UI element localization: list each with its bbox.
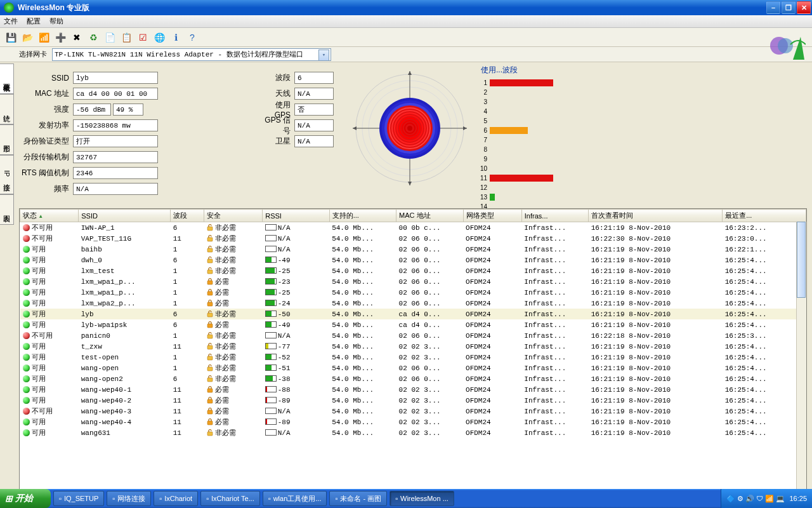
column-header[interactable]: RSSI	[263, 210, 329, 222]
ap-row[interactable]: 可用wang-wep40-411必需-8954.0 Mb...02 02 3..…	[20, 417, 806, 427]
info-icon[interactable]: ℹ	[169, 30, 183, 44]
start-button[interactable]: ⊞开始	[0, 489, 51, 508]
ap-grid[interactable]: 状态SSID波段安全RSSI支持的...MAC 地址网络类型Infras...首…	[19, 208, 807, 503]
svg-rect-28	[207, 281, 213, 284]
column-header[interactable]: 支持的...	[329, 210, 396, 222]
field-band: 6	[294, 72, 334, 84]
svg-rect-40	[207, 410, 213, 414]
column-header[interactable]: 首次查看时间	[589, 210, 723, 222]
menu-file[interactable]: 文件	[4, 17, 18, 26]
svg-marker-9	[408, 71, 412, 75]
column-header[interactable]: 状态	[20, 210, 79, 222]
svg-rect-26	[207, 259, 213, 263]
check-icon[interactable]: ☑	[136, 30, 150, 44]
svg-rect-33	[207, 335, 213, 338]
add-ap-icon[interactable]: ➕	[53, 30, 67, 44]
field-rts: 2346	[73, 167, 158, 179]
window-titlebar: WirelessMon 专业版 – ❐ ✕	[0, 0, 812, 15]
ap-row[interactable]: 可用lyb6非必需-5054.0 Mb...ca d4 0...OFDM24In…	[20, 309, 806, 319]
field-frag: 32767	[73, 151, 158, 163]
toolbar: 💾 📂 📶 ➕ ✖ ♻ 📄 📋 ☑ 🌐 ℹ ?	[0, 28, 812, 47]
ap-row[interactable]: 不可用wang-wep40-311必需N/A54.0 Mb...02 02 3.…	[20, 406, 806, 417]
maximize-button[interactable]: ❐	[782, 1, 796, 14]
ap-row[interactable]: 可用t_zxw11非必需-7754.0 Mb...02 02 3...OFDM2…	[20, 341, 806, 352]
ap-row[interactable]: 不可用VAP_TEST_11G11非必需N/A54.0 Mb...02 06 0…	[20, 233, 806, 244]
taskbar-item[interactable]: ▫WirelessMon ...	[390, 491, 454, 506]
ap-row[interactable]: 可用baihb1非必需N/A54.0 Mb...02 06 0...OFDM24…	[20, 244, 806, 255]
ap-row[interactable]: 可用lxm_test1非必需-2554.0 Mb...02 06 0...OFD…	[20, 265, 806, 276]
field-strength: -56 dBm	[73, 104, 111, 116]
taskbar-item[interactable]: ▫未命名 - 画图	[329, 491, 387, 506]
taskbar-item[interactable]: ▫IQ_SETUP	[53, 491, 104, 506]
taskbar-item[interactable]: ▫IxChariot Te...	[200, 491, 260, 506]
minimize-button[interactable]: –	[766, 1, 780, 14]
column-header[interactable]: 安全	[204, 210, 262, 222]
column-header[interactable]: 波段	[171, 210, 204, 222]
svg-rect-34	[207, 345, 213, 349]
refresh-icon[interactable]: ♻	[86, 30, 100, 44]
taskbar-item[interactable]: ▫wlan工具使用...	[263, 491, 327, 506]
ap-row[interactable]: 不可用IWN-AP_16非必需N/A54.0 Mb...00 0b c...OF…	[20, 222, 806, 234]
adapter-select[interactable]: TP-LINK TL-WN821N 11N Wireless Adapter -…	[52, 48, 331, 61]
tab-summary[interactable]: 概要	[0, 64, 14, 94]
save-icon[interactable]: 💾	[4, 30, 18, 44]
copy-icon[interactable]: 📋	[119, 30, 133, 44]
system-tray[interactable]: 🔷 ⚙ 🔊 🛡 📶 💻 16:25	[721, 489, 812, 508]
remove-ap-icon[interactable]: ✖	[70, 30, 84, 44]
ap-row[interactable]: 不可用panicn01非必需N/A54.0 Mb...02 06 0...OFD…	[20, 330, 806, 341]
tray-icon[interactable]: 💻	[776, 495, 785, 503]
field-antenna: N/A	[294, 88, 334, 100]
globe-icon[interactable]: 🌐	[152, 30, 166, 44]
vertical-scrollbar[interactable]	[796, 222, 806, 502]
tray-icon[interactable]: ⚙	[737, 495, 743, 503]
column-header[interactable]: SSID	[79, 210, 171, 222]
svg-marker-10	[408, 182, 412, 185]
menu-help[interactable]: 帮助	[49, 17, 63, 26]
ap-row[interactable]: 可用lxm_wpa1_p...1必需-2354.0 Mb...02 06 0..…	[20, 276, 806, 287]
field-gpssignal: N/A	[294, 119, 334, 131]
close-button[interactable]: ✕	[797, 1, 811, 14]
taskbar-item[interactable]: ▫网络连接	[107, 491, 151, 506]
tab-ipconn[interactable]: IP 连接	[0, 155, 14, 194]
ap-row[interactable]: 可用lyb-wpa1psk6必需-4954.0 Mb...ca d4 0...O…	[20, 319, 806, 330]
tray-icon[interactable]: 🔊	[745, 495, 754, 503]
svg-point-22	[407, 126, 412, 131]
svg-rect-29	[207, 291, 213, 295]
svg-rect-32	[207, 324, 213, 328]
ap-row[interactable]: 可用wang-open26非必需-3854.0 Mb...02 06 0...O…	[20, 373, 806, 384]
svg-rect-24	[207, 237, 213, 241]
tab-stats[interactable]: 统计	[0, 94, 14, 124]
tray-icon[interactable]: 📶	[765, 495, 774, 503]
tab-chart[interactable]: 图表	[0, 194, 14, 225]
svg-rect-42	[207, 432, 213, 436]
tray-icon[interactable]: 🔷	[726, 495, 735, 503]
ap-row[interactable]: 可用lxm_wpa2_p...1必需-2454.0 Mb...02 06 0..…	[20, 298, 806, 309]
field-mac: ca d4 00 00 01 00	[73, 88, 158, 100]
help-icon[interactable]: ?	[185, 30, 199, 44]
column-header[interactable]: MAC 地址	[396, 210, 463, 222]
ap-row[interactable]: 可用wang-open1非必需-5154.0 Mb...02 06 0...OF…	[20, 363, 806, 373]
field-txpower: -150238868 mw	[73, 119, 158, 131]
taskbar-item[interactable]: ▫IxChariot	[154, 491, 198, 506]
signal-radar	[353, 65, 467, 192]
field-strength-pct: 49 %	[113, 104, 143, 116]
ap-row[interactable]: 可用lxm_wpa1_p...1必需-2554.0 Mb...02 06 0..…	[20, 287, 806, 298]
ap-row[interactable]: 可用wang63111非必需N/A54.0 Mb...02 02 3...OFD…	[20, 427, 806, 438]
svg-rect-36	[207, 367, 213, 371]
ap-row[interactable]: 可用wang-wep40-111必需-8854.0 Mb...02 02 3..…	[20, 384, 806, 395]
log-icon[interactable]: 📄	[103, 30, 117, 44]
svg-marker-8	[463, 126, 467, 130]
adapter-label: 选择网卡	[19, 50, 47, 59]
gauge-icon[interactable]: 📶	[37, 30, 51, 44]
tab-graph[interactable]: 图形	[0, 124, 14, 155]
menu-config[interactable]: 配置	[27, 17, 41, 26]
ap-row[interactable]: 可用dwh_06非必需-4954.0 Mb...02 06 0...OFDM24…	[20, 255, 806, 265]
column-header[interactable]: 最近查...	[723, 210, 806, 222]
ap-row[interactable]: 可用test-open1非必需-5254.0 Mb...02 02 3...OF…	[20, 352, 806, 363]
clock: 16:25	[789, 495, 807, 502]
open-icon[interactable]: 📂	[20, 30, 34, 44]
tray-icon[interactable]: 🛡	[756, 495, 763, 502]
ap-row[interactable]: 可用wang-wep40-211必需-8954.0 Mb...02 02 3..…	[20, 395, 806, 406]
column-header[interactable]: Infras...	[521, 210, 588, 222]
column-header[interactable]: 网络类型	[463, 210, 521, 222]
